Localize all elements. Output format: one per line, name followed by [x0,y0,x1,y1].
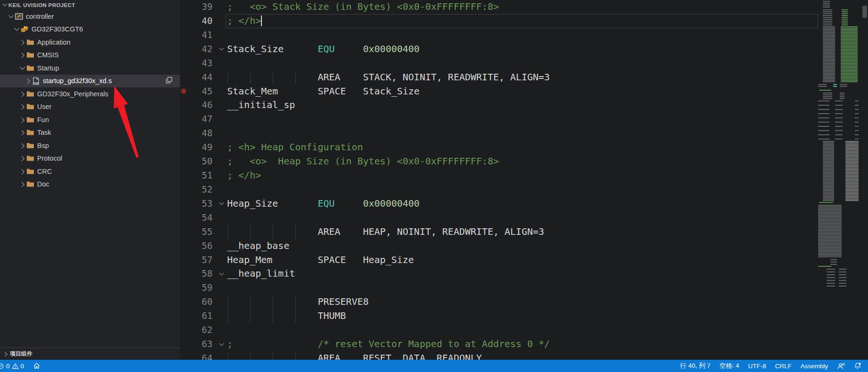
line-number[interactable]: 51 [180,169,213,183]
code-editor[interactable]: 39; <o> Stack Size (in Bytes) <0x0-0xFFF… [180,0,818,360]
fold-chevron-icon[interactable] [216,197,226,211]
fold-chevron-icon[interactable] [216,14,226,28]
code-text[interactable]: Stack_Size EQU 0x00000400 [227,42,818,56]
code-text[interactable]: PRESERVE8 [227,295,818,309]
sidebar-item-cmsis[interactable]: CMSIS [0,49,180,62]
code-text[interactable]: __initial_sp [227,98,818,112]
chevron-down-icon[interactable] [13,27,20,31]
code-text[interactable]: ; <o> Heap Size (in Bytes) <0x0-0xFFFFFF… [227,155,818,169]
code-text[interactable]: ; <h> Heap Configuration [227,140,818,155]
notifications-bell-icon[interactable] [854,362,861,370]
fold-chevron-icon[interactable] [216,309,226,323]
chevron-right-icon[interactable] [18,144,25,147]
line-number[interactable]: 39 [180,0,213,14]
code-text[interactable]: Heap_Mem SPACE Heap_Size [227,253,818,267]
line-number[interactable]: 49 [180,140,213,155]
line-number[interactable]: 47 [180,112,213,126]
sidebar-item-startup[interactable]: Startup [0,62,180,75]
fold-chevron-icon[interactable] [216,42,226,56]
chevron-down-icon[interactable] [7,15,14,18]
line-number[interactable]: 61 [180,309,213,323]
sidebar-item-doc[interactable]: Doc [0,178,180,191]
statusbar-cursor-position[interactable]: 行 40, 列 7 [680,362,710,370]
line-number[interactable]: 63 [180,337,213,351]
fold-chevron-icon[interactable] [216,295,226,309]
sidebar-item-startup-gd32f30x-xd-s[interactable]: ASMstartup_gd32f30x_xd.s [0,75,180,88]
sidebar-item-application[interactable]: Application [0,36,180,49]
line-number[interactable]: 45 [180,85,213,99]
sidebar-item-task[interactable]: Task [0,126,180,140]
fold-chevron-icon[interactable] [216,211,226,225]
code-text[interactable]: THUMB [227,309,818,323]
chevron-right-icon[interactable] [18,156,25,160]
code-text[interactable]: AREA RESET, DATA, READONLY [227,351,818,360]
code-text[interactable]: AREA STACK, NOINIT, READWRITE, ALIGN=3 [227,70,818,85]
fold-chevron-icon[interactable] [216,155,226,169]
fold-chevron-icon[interactable] [216,267,226,281]
line-number[interactable]: 42 [180,42,213,56]
code-text[interactable]: Heap_Size EQU 0x00000400 [227,197,818,211]
fold-chevron-icon[interactable] [216,70,226,85]
chevron-right-icon[interactable] [18,131,25,134]
fold-chevron-icon[interactable] [216,56,226,70]
fold-chevron-icon[interactable] [216,98,226,112]
problems-indicator[interactable]: 0 0 [0,363,24,370]
sidebar-item-controller[interactable]: controller [0,10,180,23]
fold-chevron-icon[interactable] [216,85,226,99]
minimap[interactable] [818,0,861,360]
statusbar-encoding[interactable]: UTF-8 [748,363,766,370]
line-number[interactable]: 52 [180,183,213,197]
code-text[interactable]: Stack_Mem SPACE Stack_Size [227,85,818,99]
sidebar-item-user[interactable]: User [0,101,180,114]
line-number[interactable]: 64 [180,351,213,360]
sidebar-section-header[interactable]: KEIL UVISION PROJECT [0,0,180,10]
line-number[interactable]: 53 [180,197,213,211]
line-number[interactable]: 60 [180,295,213,309]
fold-chevron-icon[interactable] [216,183,226,197]
line-number[interactable]: 50 [180,155,213,169]
sidebar-item-fun[interactable]: Fun [0,113,180,126]
chevron-right-icon[interactable] [18,92,25,96]
fold-chevron-icon[interactable] [216,112,226,126]
line-number[interactable]: 54 [180,211,213,225]
code-text[interactable]: ; </h> [227,169,818,183]
line-number[interactable]: 62 [180,323,213,337]
fold-chevron-icon[interactable] [216,28,226,42]
code-text[interactable]: AREA HEAP, NOINIT, READWRITE, ALIGN=3 [227,225,818,239]
code-text[interactable]: ; <o> Stack Size (in Bytes) <0x0-0xFFFFF… [227,0,818,14]
chevron-right-icon[interactable] [18,105,25,108]
chevron-right-icon[interactable] [18,182,25,186]
line-number[interactable]: 43 [180,56,213,70]
statusbar-language-mode[interactable]: Assembly [800,363,828,370]
fold-chevron-icon[interactable] [216,225,226,239]
chevron-right-icon[interactable] [18,40,25,44]
sidebar-item-gd32f30x-peripherals[interactable]: GD32F30x_Peripherals [0,87,180,101]
fold-chevron-icon[interactable] [216,126,226,140]
fold-chevron-icon[interactable] [216,239,226,253]
scrollbar-thumb[interactable] [862,6,867,18]
line-number[interactable]: 40 [180,14,213,28]
line-number[interactable]: 41 [180,28,213,42]
home-button[interactable] [33,362,40,370]
chevron-right-icon[interactable] [18,170,25,173]
statusbar-indentation[interactable]: 空格: 4 [719,362,739,370]
fold-chevron-icon[interactable] [216,323,226,337]
chevron-down-icon[interactable] [18,66,25,70]
fold-chevron-icon[interactable] [216,140,226,155]
line-number[interactable]: 55 [180,225,213,239]
code-text[interactable]: ; /* reset Vector Mapped to at Address 0… [227,337,818,351]
line-number[interactable]: 58 [180,267,213,281]
chevron-right-icon[interactable] [18,53,25,57]
sidebar-item-bsp[interactable]: Bsp [0,139,180,152]
sidebar-item-gd32f303cgt6[interactable]: GD32F303CGT6 [0,23,180,36]
line-number[interactable]: 59 [180,281,213,295]
statusbar-eol[interactable]: CRLF [775,363,791,370]
sidebar-item-protocol[interactable]: Protocol [0,152,180,165]
sidebar-item-crc[interactable]: CRC [0,165,180,178]
line-number[interactable]: 57 [180,253,213,267]
feedback-icon[interactable] [837,363,845,370]
fold-chevron-icon[interactable] [216,169,226,183]
fold-chevron-icon[interactable] [216,351,226,360]
line-number[interactable]: 44 [180,70,213,85]
fold-chevron-icon[interactable] [216,337,226,351]
